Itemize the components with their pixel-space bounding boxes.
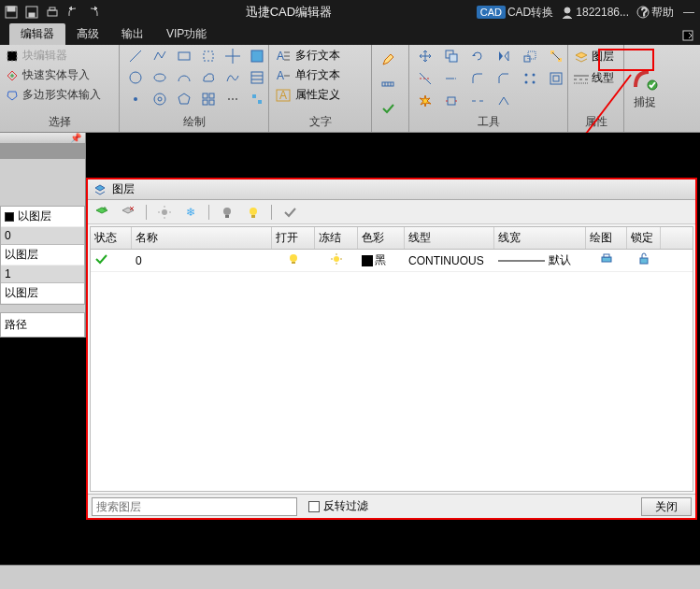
col-lock[interactable]: 锁定 (627, 227, 661, 249)
col-plot[interactable]: 绘图 (586, 227, 627, 249)
pin-icon[interactable]: 📌 (70, 133, 81, 143)
search-input[interactable] (92, 497, 297, 516)
copy-icon[interactable] (441, 47, 462, 65)
list-item[interactable]: 以图层 (1, 207, 84, 227)
arc-icon[interactable] (174, 68, 194, 87)
col-lw[interactable]: 线宽 (494, 227, 586, 249)
poly-import-button[interactable]: 多边形实体输入 (6, 86, 113, 104)
svg-rect-62 (553, 76, 559, 81)
layer-button[interactable]: 图层 (574, 47, 618, 66)
chamfer-icon[interactable] (493, 69, 514, 88)
svg-rect-28 (209, 100, 214, 105)
trim-icon[interactable] (415, 69, 436, 88)
polygon-icon[interactable] (174, 90, 194, 108)
more1-icon[interactable] (222, 90, 243, 108)
circle-icon[interactable] (125, 68, 146, 87)
cad-convert-button[interactable]: CADCAD转换 (477, 5, 554, 21)
attr-def-button[interactable]: A属性定义 (275, 86, 365, 104)
tab-output[interactable]: 输出 (110, 23, 155, 45)
rect2-icon[interactable] (198, 47, 219, 65)
check-icon[interactable] (378, 99, 398, 118)
sun-icon[interactable] (156, 204, 173, 221)
redo-icon[interactable] (86, 5, 101, 20)
new-layer-icon[interactable] (93, 204, 110, 221)
explode-icon[interactable] (415, 92, 436, 110)
cloud-icon[interactable] (198, 68, 219, 87)
col-freeze[interactable]: 冻结 (315, 227, 358, 249)
svg-point-80 (290, 254, 297, 262)
svg-point-22 (134, 97, 137, 101)
ellipse-icon[interactable] (150, 68, 170, 87)
list-item[interactable]: 1 (1, 266, 84, 283)
list-item[interactable]: 以图层 (1, 283, 84, 304)
svg-point-31 (236, 98, 237, 100)
dialog-titlebar: 图层 (88, 180, 695, 200)
ribbon-select-panel: 块编辑器 快速实体导入 多边形实体输入 选择 (0, 45, 120, 132)
hatch-icon[interactable] (247, 68, 267, 87)
spline-icon[interactable] (222, 68, 243, 87)
user-button[interactable]: 1822186... (561, 6, 629, 19)
block-editor-button[interactable]: 块编辑器 (6, 47, 113, 65)
bulb-off-icon[interactable] (219, 204, 236, 221)
tab-editor[interactable]: 编辑器 (9, 23, 65, 45)
break-icon[interactable] (467, 92, 488, 110)
svg-point-76 (223, 208, 231, 215)
list-item[interactable]: 0 (1, 227, 84, 245)
donut-icon[interactable] (150, 90, 170, 108)
help-button[interactable]: ?帮助 (636, 5, 674, 21)
rect-icon[interactable] (174, 47, 194, 65)
xline-icon[interactable] (222, 47, 243, 65)
save-as-icon[interactable] (24, 5, 39, 20)
col-status[interactable]: 状态 (91, 227, 132, 249)
ribbon-expand-icon[interactable] (681, 29, 694, 45)
fill-icon[interactable] (247, 47, 267, 65)
move-icon[interactable] (415, 47, 436, 65)
cell-name: 0 (132, 251, 272, 270)
col-open[interactable]: 打开 (272, 227, 315, 249)
point-icon[interactable] (125, 90, 146, 108)
layer-list-panel: 以图层 0 以图层 1 以图层 (0, 206, 85, 305)
path-section: 路径 (0, 312, 85, 338)
singleline-text-button[interactable]: A单行文本 (275, 66, 365, 84)
stretch-icon[interactable] (441, 92, 462, 110)
ribbon: 块编辑器 快速实体导入 多边形实体输入 选择 (0, 45, 700, 133)
bulb-on-icon[interactable] (245, 204, 262, 221)
edit-icon[interactable] (378, 50, 398, 69)
polyline-icon[interactable] (150, 47, 170, 65)
save-icon[interactable] (4, 5, 19, 20)
lineweight-preview (498, 259, 545, 263)
quick-import-button[interactable]: 快速实体导入 (6, 66, 113, 84)
linetype-button[interactable]: 线型 (574, 68, 618, 88)
col-color[interactable]: 色彩 (358, 227, 405, 249)
invert-filter-check[interactable]: 反转过滤 (308, 498, 368, 514)
list-item[interactable]: 以图层 (1, 245, 84, 266)
rotate-icon[interactable] (467, 47, 488, 65)
delete-layer-icon[interactable] (120, 204, 136, 221)
col-ltype[interactable]: 线型 (405, 227, 494, 249)
snap-button[interactable] (632, 66, 658, 93)
svg-point-30 (232, 98, 234, 100)
join-icon[interactable] (493, 92, 514, 110)
scale-icon[interactable] (520, 47, 540, 65)
close-button[interactable]: 关闭 (641, 497, 692, 516)
tab-vip[interactable]: VIP功能 (155, 23, 218, 45)
grid-icon[interactable] (198, 90, 219, 108)
undo-icon[interactable] (65, 5, 80, 20)
array-icon[interactable] (520, 69, 540, 88)
fillet-icon[interactable] (467, 69, 488, 88)
col-name[interactable]: 名称 (132, 227, 272, 249)
align-icon[interactable] (546, 47, 566, 65)
table-row[interactable]: 0 黑 CONTINUOUS 默认 (91, 250, 693, 272)
more2-icon[interactable] (247, 90, 267, 108)
line-icon[interactable] (125, 47, 146, 65)
multiline-text-button[interactable]: A多行文本 (275, 47, 365, 65)
minimize-icon[interactable]: — (681, 5, 696, 20)
mirror-icon[interactable] (493, 47, 514, 65)
check-tool-icon[interactable] (281, 204, 298, 221)
extend-icon[interactable] (441, 69, 462, 88)
offset-icon[interactable] (546, 69, 566, 88)
measure-icon[interactable] (378, 75, 398, 93)
tab-advanced[interactable]: 高级 (65, 23, 110, 45)
print-icon[interactable] (45, 5, 60, 20)
snowflake-icon[interactable]: ❄ (182, 204, 199, 221)
